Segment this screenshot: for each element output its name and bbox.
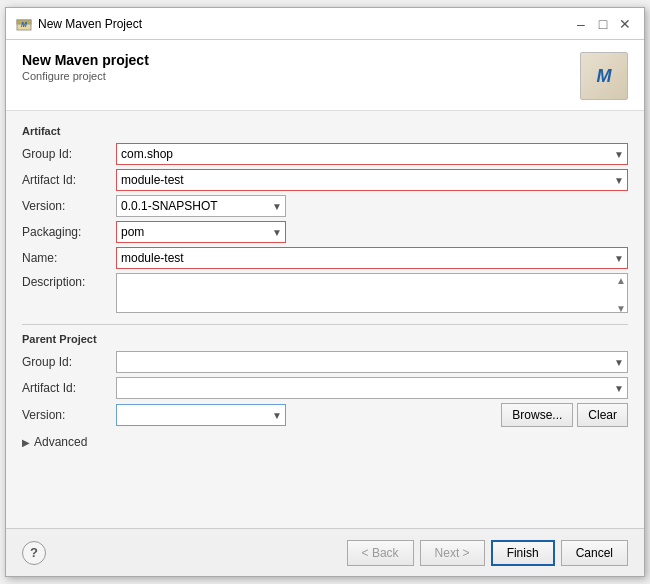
- version-combo-wrap: 0.0.1-SNAPSHOT ▼: [116, 195, 286, 217]
- browse-button[interactable]: Browse...: [501, 403, 573, 427]
- dialog-icon: M: [16, 16, 32, 32]
- clear-button[interactable]: Clear: [577, 403, 628, 427]
- next-button[interactable]: Next >: [420, 540, 485, 566]
- parent-version-row: Version: ▼ Browse... Clear: [22, 403, 628, 427]
- artifact-section-label: Artifact: [22, 125, 628, 137]
- dialog-header: New Maven project Configure project M: [6, 40, 644, 111]
- artifact-id-input[interactable]: module-test: [116, 169, 628, 191]
- description-input[interactable]: [116, 273, 628, 313]
- group-id-input[interactable]: com.shop: [116, 143, 628, 165]
- dialog-body: Artifact Group Id: com.shop ▼ Artifact I…: [6, 111, 644, 528]
- new-maven-dialog: M New Maven Project – □ ✕ New Maven proj…: [5, 7, 645, 577]
- footer-left: ?: [22, 541, 46, 565]
- version-row: Version: 0.0.1-SNAPSHOT ▼: [22, 195, 628, 217]
- group-id-label: Group Id:: [22, 145, 112, 163]
- advanced-arrow-icon: ▶: [22, 437, 30, 448]
- close-button[interactable]: ✕: [616, 15, 634, 33]
- parent-artifact-id-input[interactable]: [116, 377, 628, 399]
- header-title: New Maven project: [22, 52, 149, 68]
- name-field-wrap: module-test ▼: [116, 247, 628, 269]
- maximize-button[interactable]: □: [594, 15, 612, 33]
- title-bar-text: New Maven Project: [38, 17, 142, 31]
- name-input[interactable]: module-test: [116, 247, 628, 269]
- description-scroll-up[interactable]: ▲: [616, 275, 626, 286]
- version-label: Version:: [22, 197, 112, 215]
- parent-artifact-id-wrap: ▼: [116, 377, 628, 399]
- artifact-id-row: Artifact Id: module-test ▼: [22, 169, 628, 191]
- parent-group-id-row: Group Id: ▼: [22, 351, 628, 373]
- parent-group-id-input[interactable]: [116, 351, 628, 373]
- name-row: Name: module-test ▼: [22, 247, 628, 269]
- artifact-id-label: Artifact Id:: [22, 171, 112, 189]
- finish-button[interactable]: Finish: [491, 540, 555, 566]
- artifact-id-field-wrap: module-test ▼: [116, 169, 628, 191]
- description-wrap: ▲ ▼: [116, 273, 628, 316]
- packaging-wrap: jar war pom ear rar maven-plugin ejb ▼: [116, 221, 286, 243]
- parent-artifact-id-label: Artifact Id:: [22, 379, 112, 397]
- parent-version-combo-wrap: ▼: [116, 404, 286, 426]
- maven-logo: M: [580, 52, 628, 100]
- advanced-label: Advanced: [34, 435, 87, 449]
- footer-right: < Back Next > Finish Cancel: [347, 540, 628, 566]
- header-subtitle: Configure project: [22, 70, 149, 82]
- parent-artifact-id-row: Artifact Id: ▼: [22, 377, 628, 399]
- dialog-footer: ? < Back Next > Finish Cancel: [6, 528, 644, 576]
- version-select[interactable]: 0.0.1-SNAPSHOT: [116, 195, 286, 217]
- back-button[interactable]: < Back: [347, 540, 414, 566]
- packaging-label: Packaging:: [22, 223, 112, 241]
- svg-text:M: M: [21, 21, 27, 28]
- packaging-select[interactable]: jar war pom ear rar maven-plugin ejb: [116, 221, 286, 243]
- description-row: Description: ▲ ▼: [22, 273, 628, 316]
- group-id-row: Group Id: com.shop ▼: [22, 143, 628, 165]
- parent-version-select[interactable]: [116, 404, 286, 426]
- cancel-button[interactable]: Cancel: [561, 540, 628, 566]
- title-controls: – □ ✕: [572, 15, 634, 33]
- title-bar-left: M New Maven Project: [16, 16, 142, 32]
- minimize-button[interactable]: –: [572, 15, 590, 33]
- group-id-field-wrap: com.shop ▼: [116, 143, 628, 165]
- parent-version-label: Version:: [22, 406, 112, 424]
- parent-section-label: Parent Project: [22, 333, 628, 345]
- header-text: New Maven project Configure project: [22, 52, 149, 82]
- section-divider: [22, 324, 628, 325]
- title-bar: M New Maven Project – □ ✕: [6, 8, 644, 40]
- parent-group-id-label: Group Id:: [22, 353, 112, 371]
- name-label: Name:: [22, 249, 112, 267]
- packaging-row: Packaging: jar war pom ear rar maven-plu…: [22, 221, 628, 243]
- description-scroll-down[interactable]: ▼: [616, 303, 626, 314]
- help-button[interactable]: ?: [22, 541, 46, 565]
- parent-group-id-wrap: ▼: [116, 351, 628, 373]
- advanced-row[interactable]: ▶ Advanced: [22, 435, 628, 449]
- description-label: Description:: [22, 273, 112, 291]
